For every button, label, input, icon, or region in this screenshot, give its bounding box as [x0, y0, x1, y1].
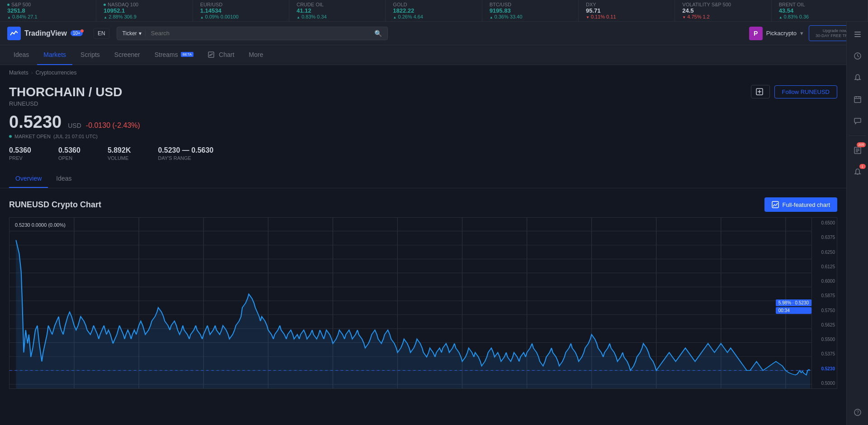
ticker-sp500[interactable]: S&P 500 3251.8 0.84% 27.1 — [0, 0, 96, 21]
header: TradingView 10+ EN Ticker ▾ 🔍 P Pickacry… — [0, 22, 868, 45]
tab-ideas[interactable]: Ideas — [50, 170, 78, 188]
chart-overlay-info: 0.5230 0.0000 (0.00%) — [15, 222, 66, 228]
arrow-up-icon — [7, 14, 11, 19]
tradingview-logo — [7, 27, 21, 40]
arrow-up-icon — [200, 14, 204, 19]
svg-rect-38 — [854, 97, 861, 103]
sidebar-news-icon[interactable]: 205 — [850, 143, 865, 158]
ticker-crudeoil[interactable]: CRUDE OIL 41.12 0.83% 0.34 — [289, 0, 386, 21]
sidebar-bell-icon[interactable] — [850, 70, 865, 85]
search-bar[interactable]: Ticker ▾ 🔍 — [117, 27, 388, 40]
svg-rect-32 — [854, 34, 861, 35]
y-label: 0.6000 — [814, 279, 835, 284]
sidebar-calendar-icon[interactable] — [850, 92, 865, 107]
compare-button[interactable] — [751, 85, 770, 98]
user-area[interactable]: P Pickacrypto ▾ — [749, 27, 803, 40]
time-badge: 00:34 — [776, 307, 811, 314]
chart-section: RUNEUSD Crypto Chart Full-featured chart… — [0, 188, 846, 398]
price-badge: 5.98% · 0.5230 — [776, 299, 811, 306]
notification-badge: 1 — [859, 164, 866, 169]
y-label: 0.5230 — [814, 366, 835, 371]
arrow-up-icon — [490, 14, 493, 19]
follow-button[interactable]: Follow RUNEUSD — [774, 85, 837, 98]
ticker-btcusd[interactable]: BTC/USD 9195.83 0.36% 33.40 — [482, 0, 579, 21]
ticker-eurusd[interactable]: EUR/USD 1.14534 0.09% 0.00100 — [193, 0, 289, 21]
sidebar-divider — [849, 135, 866, 136]
y-label: 0.6250 — [814, 250, 835, 255]
chevron-down-icon: ▾ — [139, 30, 142, 37]
svg-rect-4 — [772, 201, 778, 208]
svg-marker-30 — [16, 240, 810, 388]
arrow-up-icon — [393, 14, 396, 19]
ticker-vix[interactable]: VOLATILITY S&P 500 24.5 4.75% 1.2 — [675, 0, 771, 21]
sidebar-chat-icon[interactable] — [850, 114, 865, 128]
avatar: P — [749, 27, 763, 40]
svg-rect-33 — [854, 36, 861, 37]
arrow-up-icon — [779, 14, 783, 19]
search-icon: 🔍 — [374, 30, 382, 37]
y-label: 0.5500 — [814, 337, 835, 342]
nav-scripts[interactable]: Scripts — [74, 45, 106, 65]
arrow-up-icon — [297, 14, 300, 19]
stat-range: 0.5230 — 0.5630 DAY'S RANGE — [158, 146, 213, 161]
breadcrumb-separator: › — [31, 70, 33, 76]
svg-rect-31 — [854, 32, 861, 33]
nav-markets[interactable]: Markets — [37, 45, 72, 65]
y-label: 0.5000 — [814, 381, 835, 386]
svg-line-36 — [858, 56, 859, 57]
asset-tabs: Overview Ideas — [0, 170, 846, 188]
nav-screener[interactable]: Screener — [108, 45, 146, 65]
ticker-gold[interactable]: GOLD 1822.22 0.26% 4.64 — [386, 0, 482, 21]
arrow-down-icon — [586, 14, 590, 19]
stat-prev: 0.5360 PREV — [9, 146, 31, 161]
asset-title-row: THORCHAIN / USD RUNEUSD Follow RUNEUSD — [9, 85, 837, 107]
stat-open: 0.5360 OPEN — [58, 146, 80, 161]
language-button[interactable]: EN — [94, 28, 109, 39]
sidebar-clock-icon[interactable] — [850, 49, 865, 63]
pro-badge: 10+ — [71, 30, 83, 36]
chevron-down-icon: ▾ — [800, 30, 803, 37]
y-label: 0.5750 — [814, 308, 835, 313]
chart-container[interactable]: 0.5230 0.0000 (0.00%) 0.6500 0.6375 0.62… — [9, 217, 837, 389]
arrow-up-icon — [104, 14, 107, 19]
y-label: 0.6125 — [814, 264, 835, 269]
breadcrumb-current: Cryptocurrencies — [36, 70, 77, 76]
y-label: 0.6375 — [814, 235, 835, 240]
price-row: 0.5230 USD -0.0130 (-2.43%) — [9, 112, 837, 132]
stat-volume: 5.892K VOLUME — [108, 146, 131, 161]
y-label: 0.6500 — [814, 220, 835, 225]
asset-symbol: RUNEUSD — [9, 100, 122, 107]
ticker-nasdaq[interactable]: NASDAQ 100 10952.1 2.88% 306.9 — [96, 0, 193, 21]
ticker-dxy[interactable]: DXY 95.71 0.11% 0.11 — [579, 0, 675, 21]
y-axis: 0.6500 0.6375 0.6250 0.6125 0.6000 0.587… — [811, 218, 837, 388]
price-badge-area: 5.98% · 0.5230 00:34 — [776, 299, 811, 314]
news-badge: 205 — [857, 142, 865, 147]
logo-area[interactable]: TradingView 10+ — [7, 27, 83, 40]
chart-svg — [9, 218, 811, 388]
y-label: 0.5625 — [814, 322, 835, 327]
sidebar-notification-icon[interactable]: 1 — [850, 165, 865, 179]
asset-actions: Follow RUNEUSD — [751, 85, 837, 98]
market-status: MARKET OPEN (JUL 21 07:01 UTC) — [9, 134, 837, 139]
price-currency: USD — [68, 122, 81, 129]
nav-more[interactable]: More — [242, 45, 269, 65]
full-chart-button[interactable]: Full-featured chart — [764, 197, 838, 212]
breadcrumb: Markets › Cryptocurrencies — [0, 65, 846, 80]
ticker-dropdown[interactable]: Ticker ▾ — [123, 30, 146, 37]
nav-ideas[interactable]: Ideas — [7, 45, 35, 65]
notification-dot — [80, 29, 84, 33]
sidebar-list-icon[interactable] — [850, 27, 865, 42]
price-main: 0.5230 — [9, 112, 61, 132]
ticker-brent[interactable]: BRENT OIL 43.54 0.83% 0.36 — [772, 0, 868, 21]
nav-streams[interactable]: Streams BETA — [148, 45, 200, 65]
nav-menu: Ideas Markets Scripts Screener Streams B… — [0, 45, 868, 65]
search-input[interactable] — [151, 30, 371, 37]
breadcrumb-markets[interactable]: Markets — [9, 70, 28, 76]
nav-chart[interactable]: Chart — [202, 45, 241, 65]
status-dot — [9, 135, 12, 138]
tab-overview[interactable]: Overview — [9, 170, 48, 188]
stats-row: 0.5360 PREV 0.5360 OPEN 5.892K VOLUME 0.… — [9, 146, 837, 161]
y-label: 0.5875 — [814, 293, 835, 298]
ticker-bar: S&P 500 3251.8 0.84% 27.1 NASDAQ 100 109… — [0, 0, 868, 22]
logo-text: TradingView — [24, 29, 67, 37]
